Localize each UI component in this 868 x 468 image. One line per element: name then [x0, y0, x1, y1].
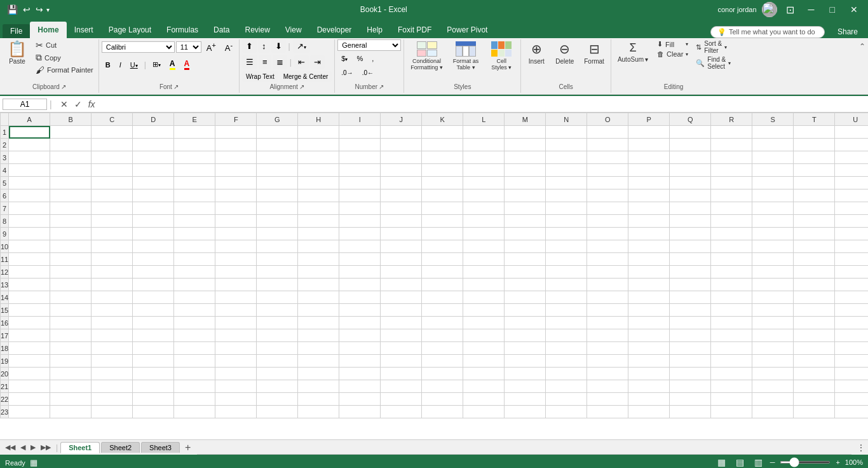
cell-M4[interactable] — [505, 164, 546, 177]
cell-F23[interactable] — [215, 406, 257, 418]
cell-P11[interactable] — [628, 253, 670, 266]
cell-R10[interactable] — [711, 240, 752, 253]
cell-S2[interactable] — [752, 139, 794, 151]
cell-J2[interactable] — [381, 139, 422, 151]
middle-align-button[interactable]: ↕ — [258, 39, 270, 53]
cell-F9[interactable] — [215, 228, 257, 240]
cell-C4[interactable] — [92, 164, 133, 177]
cell-E8[interactable] — [174, 215, 215, 228]
cell-K6[interactable] — [422, 189, 463, 202]
cell-D16[interactable] — [133, 317, 174, 329]
cell-K14[interactable] — [422, 291, 463, 304]
cell-L6[interactable] — [463, 189, 505, 202]
cell-J15[interactable] — [381, 304, 422, 317]
cell-M9[interactable] — [505, 228, 546, 240]
cell-O19[interactable] — [587, 355, 628, 368]
cell-L18[interactable] — [463, 342, 505, 355]
cell-T15[interactable] — [794, 304, 835, 317]
sheet-nav-prev[interactable]: ◀ — [18, 442, 28, 453]
clipboard-label[interactable]: Clipboard ↗ — [3, 82, 96, 92]
cell-S6[interactable] — [752, 189, 794, 202]
cell-I14[interactable] — [339, 291, 381, 304]
cell-F19[interactable] — [215, 355, 257, 368]
cell-O22[interactable] — [587, 393, 628, 406]
cell-O7[interactable] — [587, 202, 628, 215]
row-header-16[interactable]: 16 — [1, 317, 9, 329]
cell-S16[interactable] — [752, 317, 794, 329]
cell-T6[interactable] — [794, 189, 835, 202]
cell-H12[interactable] — [298, 266, 339, 279]
increase-decimal-button[interactable]: .0→ — [337, 67, 356, 78]
cell-O17[interactable] — [587, 329, 628, 342]
cell-J22[interactable] — [381, 393, 422, 406]
col-header-R[interactable]: R — [711, 113, 752, 126]
cell-K4[interactable] — [422, 164, 463, 177]
cell-I20[interactable] — [339, 368, 381, 380]
row-header-14[interactable]: 14 — [1, 291, 9, 304]
row-header-4[interactable]: 4 — [1, 164, 9, 177]
tab-review[interactable]: Review — [237, 22, 277, 38]
cell-L3[interactable] — [463, 151, 505, 164]
cell-B15[interactable] — [50, 304, 92, 317]
cell-C3[interactable] — [92, 151, 133, 164]
cell-O14[interactable] — [587, 291, 628, 304]
format-as-table-button[interactable]: Format asTable ▾ — [449, 39, 483, 72]
cell-B22[interactable] — [50, 393, 92, 406]
cell-R4[interactable] — [711, 164, 752, 177]
cell-O2[interactable] — [587, 139, 628, 151]
cell-F16[interactable] — [215, 317, 257, 329]
format-button[interactable]: ⊟ Format — [580, 39, 608, 67]
formula-function-icon[interactable]: fx — [86, 99, 97, 109]
clear-dropdown-icon[interactable]: ▾ — [686, 52, 688, 57]
cell-B10[interactable] — [50, 240, 92, 253]
cell-D20[interactable] — [133, 368, 174, 380]
cell-P13[interactable] — [628, 279, 670, 291]
corner-header[interactable] — [1, 113, 9, 126]
sort-dropdown-icon[interactable]: ▾ — [724, 45, 727, 50]
number-expand-icon[interactable]: ↗ — [379, 83, 384, 90]
font-name-select[interactable]: Calibri Arial Times New Roman — [102, 41, 175, 53]
indent-increase-button[interactable]: ⇥ — [310, 55, 325, 69]
cell-H14[interactable] — [298, 291, 339, 304]
cell-M6[interactable] — [505, 189, 546, 202]
cell-I15[interactable] — [339, 304, 381, 317]
col-header-U[interactable]: U — [835, 113, 868, 126]
cell-B5[interactable] — [50, 177, 92, 189]
cell-O11[interactable] — [587, 253, 628, 266]
conditional-formatting-button[interactable]: ConditionalFormatting ▾ — [407, 39, 447, 72]
sort-filter-button[interactable]: ⇅ Sort &Filter ▾ — [693, 39, 733, 55]
cell-G1[interactable] — [257, 126, 298, 139]
cell-N5[interactable] — [546, 177, 587, 189]
cell-M15[interactable] — [505, 304, 546, 317]
tab-view[interactable]: View — [278, 22, 309, 38]
cell-K3[interactable] — [422, 151, 463, 164]
name-box[interactable] — [3, 99, 47, 110]
cell-B21[interactable] — [50, 380, 92, 393]
cell-G17[interactable] — [257, 329, 298, 342]
cell-K1[interactable] — [422, 126, 463, 139]
cell-Q20[interactable] — [670, 368, 711, 380]
cell-R14[interactable] — [711, 291, 752, 304]
cell-P6[interactable] — [628, 189, 670, 202]
col-header-J[interactable]: J — [381, 113, 422, 126]
cell-B8[interactable] — [50, 215, 92, 228]
tab-foxit-pdf[interactable]: Foxit PDF — [390, 22, 439, 38]
cell-I9[interactable] — [339, 228, 381, 240]
cell-I13[interactable] — [339, 279, 381, 291]
row-header-18[interactable]: 18 — [1, 342, 9, 355]
row-header-11[interactable]: 11 — [1, 253, 9, 266]
cell-D1[interactable] — [133, 126, 174, 139]
cell-O21[interactable] — [587, 380, 628, 393]
cell-L15[interactable] — [463, 304, 505, 317]
cell-J4[interactable] — [381, 164, 422, 177]
cell-L2[interactable] — [463, 139, 505, 151]
cell-B9[interactable] — [50, 228, 92, 240]
cell-E12[interactable] — [174, 266, 215, 279]
cell-I22[interactable] — [339, 393, 381, 406]
cell-R13[interactable] — [711, 279, 752, 291]
cell-R11[interactable] — [711, 253, 752, 266]
cell-M22[interactable] — [505, 393, 546, 406]
cell-U13[interactable] — [835, 279, 868, 291]
cell-G9[interactable] — [257, 228, 298, 240]
cell-C22[interactable] — [92, 393, 133, 406]
